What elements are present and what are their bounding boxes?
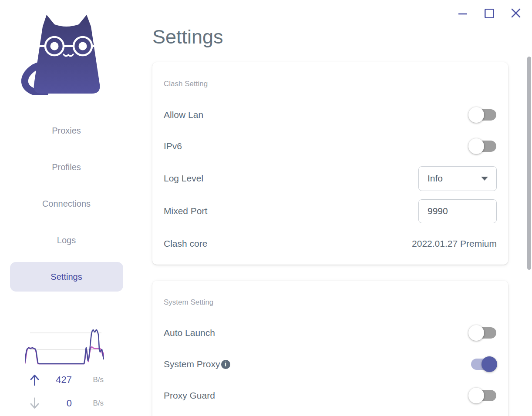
row-label: Clash core [164,238,207,249]
row-label: Proxy Guard [164,390,215,401]
sidebar-item-proxies[interactable]: Proxies [10,116,123,145]
minimize-icon[interactable] [456,7,470,20]
close-icon[interactable] [509,7,523,20]
sidebar-nav: Proxies Profiles Connections Logs Settin… [0,116,133,299]
row-label: Allow Lan [164,110,203,120]
ipv6-toggle[interactable] [471,141,496,152]
upload-rate-unit: B/s [72,376,104,384]
setting-row-proxy-guard: Proxy Guard [164,382,497,409]
maximize-icon[interactable] [482,7,496,20]
setting-row-allow-lan: Allow Lan [164,102,497,128]
mixed-port-input[interactable] [418,199,497,223]
info-icon[interactable]: i [221,360,230,369]
setting-row-log-level: Log Level Info [164,165,497,191]
arrow-up-icon [30,374,43,386]
auto-launch-toggle[interactable] [471,327,496,339]
download-rate-unit: B/s [72,399,104,408]
log-level-select[interactable]: Info [418,166,497,191]
card-header: Clash Setting [164,80,208,88]
row-label-text: System Proxy [164,359,220,369]
download-rate-row: 0 B/s [30,396,104,411]
sidebar-item-settings[interactable]: Settings [10,262,123,292]
toggle-knob [468,107,484,123]
arrow-down-icon [30,397,43,409]
row-label: Log Level [164,173,203,184]
log-level-selected-value: Info [428,173,443,184]
sidebar-item-connections[interactable]: Connections [10,189,123,218]
caret-down-icon [481,177,488,181]
row-label: System Proxy i [164,359,230,369]
toggle-knob [481,356,497,372]
page-title: Settings [152,26,223,48]
row-label: Auto Launch [164,328,215,338]
clash-cat-logo [20,12,102,95]
setting-row-ipv6: IPv6 [164,133,497,159]
toggle-knob [468,388,484,403]
upload-rate-row: 427 B/s [30,372,104,388]
system-setting-card: System Setting Auto Launch System Proxy … [152,281,508,416]
upload-rate-value: 427 [43,374,72,386]
setting-row-system-proxy: System Proxy i [164,351,497,377]
clash-setting-card: Clash Setting Allow Lan IPv6 Log Level [152,62,508,265]
proxy-guard-toggle[interactable] [471,390,496,401]
scrollbar-thumb[interactable] [527,57,531,270]
row-label: IPv6 [164,141,182,151]
traffic-graph [25,329,104,365]
clash-core-version: 2022.01.27 Premium [412,238,497,249]
sidebar-item-logs[interactable]: Logs [10,225,123,255]
system-proxy-toggle[interactable] [471,359,496,370]
sidebar-item-profiles[interactable]: Profiles [10,152,123,182]
sidebar: Proxies Profiles Connections Logs Settin… [0,0,133,416]
app-window: Proxies Profiles Connections Logs Settin… [0,0,532,416]
setting-row-clash-core: Clash core 2022.01.27 Premium [164,231,497,257]
setting-row-mixed-port: Mixed Port [164,198,497,224]
allow-lan-toggle[interactable] [471,109,496,121]
window-controls [456,7,523,20]
download-rate-value: 0 [43,398,72,409]
setting-row-auto-launch: Auto Launch [164,320,497,346]
toggle-knob [468,325,484,341]
row-label: Mixed Port [164,206,207,216]
card-header: System Setting [164,298,213,307]
toggle-knob [468,138,484,154]
